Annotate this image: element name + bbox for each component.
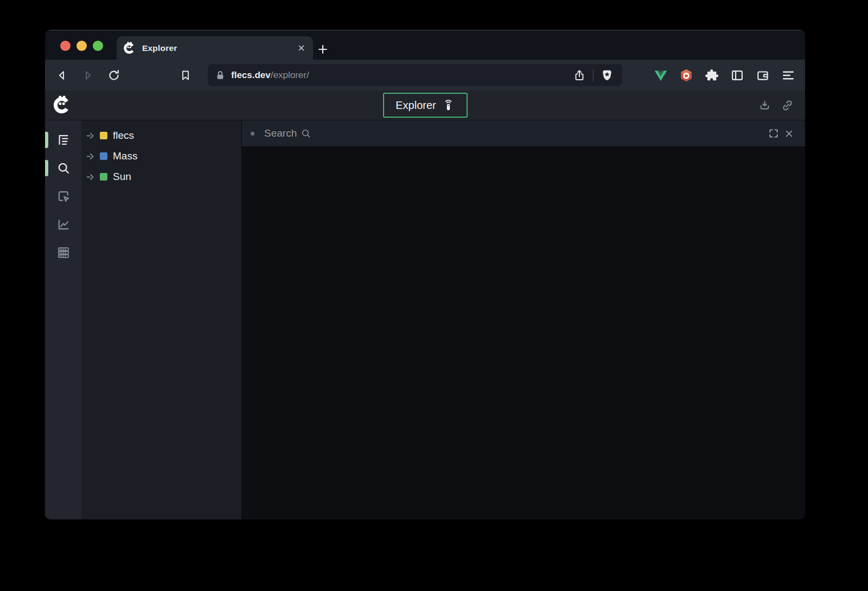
connection-title: Explorer xyxy=(395,99,436,112)
flecs-favicon xyxy=(123,42,136,55)
sidebar-toggle-icon[interactable] xyxy=(729,67,745,83)
search-icon xyxy=(301,128,311,139)
entity-color-swatch xyxy=(100,132,107,139)
browser-tab[interactable]: Explorer xyxy=(117,36,313,60)
query-results-area xyxy=(242,147,805,519)
minimize-window-button[interactable] xyxy=(76,41,87,51)
url-domain: flecs.dev xyxy=(231,70,271,80)
connection-status-button[interactable]: Explorer xyxy=(383,93,468,118)
zoom-window-button[interactable] xyxy=(93,41,103,51)
query-panel: Search xyxy=(241,120,805,519)
tree-panel-icon[interactable] xyxy=(56,132,71,147)
query-search-icon[interactable] xyxy=(56,160,71,176)
entity-label: Sun xyxy=(113,171,131,183)
explorer-body: flecs Mass Sun xyxy=(45,120,805,519)
status-dot xyxy=(251,132,254,136)
tab-title: Explorer xyxy=(142,43,291,53)
rail-active-indicator xyxy=(45,160,48,176)
entity-label: flecs xyxy=(113,130,134,142)
inspector-select-icon[interactable] xyxy=(56,189,71,204)
download-icon[interactable] xyxy=(756,97,773,113)
stats-chart-icon[interactable] xyxy=(56,217,71,232)
tab-bar: Explorer xyxy=(45,30,805,60)
tree-row-sun[interactable]: Sun xyxy=(81,166,241,187)
entity-color-swatch xyxy=(100,152,107,160)
url-path: /explorer/ xyxy=(271,70,309,80)
wallet-icon[interactable] xyxy=(755,67,771,83)
fullscreen-icon[interactable] xyxy=(766,126,781,141)
browser-toolbar: flecs.dev/explorer/ xyxy=(45,60,805,91)
close-panel-icon[interactable] xyxy=(781,126,796,141)
tree-row-flecs[interactable]: flecs xyxy=(81,125,241,146)
flecs-logo xyxy=(53,95,72,115)
bookmark-icon[interactable] xyxy=(177,67,194,83)
back-icon[interactable] xyxy=(54,67,70,83)
remote-connection-icon xyxy=(442,99,455,112)
header-actions xyxy=(756,97,797,113)
tree-row-mass[interactable]: Mass xyxy=(81,146,241,166)
divider xyxy=(593,69,593,82)
query-search-bar[interactable]: Search xyxy=(242,120,805,147)
extensions-puzzle-icon[interactable] xyxy=(704,67,720,83)
new-tab-icon[interactable] xyxy=(317,43,329,55)
queries-rows-icon[interactable] xyxy=(56,245,71,260)
address-bar[interactable]: flecs.dev/explorer/ xyxy=(208,64,622,86)
hexagon-extension-icon[interactable] xyxy=(678,67,694,83)
entity-color-swatch xyxy=(100,173,107,181)
expand-arrow-icon[interactable] xyxy=(86,132,96,140)
expand-arrow-icon[interactable] xyxy=(86,152,96,160)
rail-active-indicator xyxy=(45,132,48,148)
traffic-lights xyxy=(60,41,103,51)
close-tab-icon[interactable] xyxy=(297,44,305,52)
expand-arrow-icon[interactable] xyxy=(86,173,96,181)
close-window-button[interactable] xyxy=(60,41,71,51)
forward-icon[interactable] xyxy=(80,67,96,83)
explorer-header: Explorer xyxy=(45,91,805,120)
entity-label: Mass xyxy=(113,150,137,162)
icon-rail xyxy=(45,120,81,519)
extension-icons xyxy=(653,67,796,83)
search-placeholder[interactable]: Search xyxy=(264,127,297,139)
entity-tree-panel: flecs Mass Sun xyxy=(81,120,241,519)
browser-window: Explorer xyxy=(45,30,805,519)
reload-icon[interactable] xyxy=(106,67,122,83)
share-icon[interactable] xyxy=(571,67,588,83)
lock-icon xyxy=(215,70,226,81)
share-link-icon[interactable] xyxy=(779,97,795,113)
menu-icon[interactable] xyxy=(780,67,796,83)
url-text: flecs.dev/explorer/ xyxy=(231,70,309,81)
vue-devtools-icon[interactable] xyxy=(653,67,669,83)
brave-shield-icon[interactable] xyxy=(599,67,615,83)
